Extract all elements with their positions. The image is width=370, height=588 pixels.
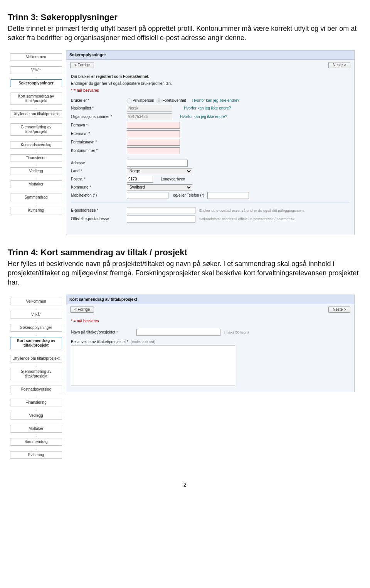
postnr-input[interactable] [127,176,153,183]
chevron-down-icon: ↓ [10,162,62,167]
nav-step[interactable]: Kvittering [10,207,62,214]
adresse-input[interactable] [127,160,188,167]
chevron-down-icon: ↓ [10,446,62,451]
screenshot-2: Velkommen↓Vilkår↓Søkeropplysninger↓Kort … [8,295,355,462]
chevron-down-icon: ↓ [10,420,62,425]
prev-button-2[interactable]: < Forrige [70,307,94,313]
etternavn-input[interactable] [127,130,180,137]
hint-maks200: (maks 200 ord) [131,340,155,344]
chevron-down-icon: ↓ [10,318,62,324]
page-number: 2 [8,481,362,489]
nav-step[interactable]: Gjennomføring av tiltak/prosjekt [10,123,62,136]
nav-step[interactable]: Kort sammendrag av tiltak/prosjekt [10,93,62,105]
section3-intro: Dette trinnet er primært ferdig utfylt b… [8,24,362,43]
orgnr-input [127,113,172,120]
radio-foretak-lbl: Foretak/enhet [162,98,186,103]
reg-line1: Din bruker er registrert som Foretak/enh… [71,74,350,79]
lbl-foretak: Foretaksnavn * [71,140,127,145]
nasjonalitet-input [127,105,172,112]
chevron-down-icon: ↓ [10,349,62,355]
chevron-down-icon: ↓ [10,380,62,386]
chevron-down-icon: ↓ [10,149,62,154]
lbl-postnr: Postnr. * [71,177,127,182]
nav-step[interactable]: Gjennomføring av tiltak/prosjekt [10,368,62,380]
chevron-down-icon: ↓ [10,305,62,311]
radio-privat-lbl: Privatperson [133,98,154,103]
step-nav-1: Velkommen↓Vilkår↓Søkeropplysninger↓Kort … [8,50,64,217]
next-button-2[interactable]: Neste > [328,307,350,313]
chevron-down-icon: ↓ [10,188,62,194]
lbl-navn-tiltak: Navn på tiltaket/prosjektet * [71,330,136,335]
nav-step[interactable]: Kostnadsoverslag [10,386,62,393]
nav-step[interactable]: Sammendrag [10,194,62,201]
nav-step[interactable]: Velkommen [10,53,62,61]
telefon-input[interactable] [207,192,249,199]
radio-privat [127,98,132,103]
must-answer-2: * = må besvares [71,319,350,323]
chevron-down-icon: ↓ [10,87,62,93]
next-button-1[interactable]: Neste > [328,62,350,68]
nav-step[interactable]: Finansiering [10,399,62,406]
chevron-down-icon: ↓ [10,136,62,141]
epost-input[interactable] [127,207,195,214]
change-link-1[interactable]: Hvorfor kan jeg ikke endre? [192,98,239,103]
nav-step[interactable]: Vilkår [10,311,62,318]
lbl-epost: E-postadresse * [71,208,127,213]
chevron-down-icon: ↓ [10,406,62,412]
section4-title: Trinn 4: Kort sammendrag av tiltak / pro… [8,247,362,258]
epost-note: Endrer du e-postadresse, så endrer du og… [199,208,305,212]
nav-step[interactable]: Sammendrag [10,438,62,446]
lbl-adresse: Adresse [71,161,127,165]
lbl-mobil: Mobiltelefon (*) [71,193,127,198]
land-select[interactable]: Norge [127,168,192,174]
foretak-input[interactable] [127,139,180,146]
chevron-down-icon: ↓ [10,393,62,399]
panel2-title: Kort sammendrag av tiltak/prosjekt [66,295,354,304]
chevron-down-icon: ↓ [10,105,62,110]
lbl-kommune: Kommune * [71,185,127,190]
mobil-input[interactable] [127,192,168,199]
radio-foretak [156,98,161,103]
fornavn-input[interactable] [127,122,180,129]
nav-step[interactable]: Kostnadsoverslag [10,141,62,149]
beskrivelse-textarea[interactable] [71,345,235,386]
nav-step[interactable]: Kvittering [10,451,62,459]
nav-step[interactable]: Søkeropplysninger [10,79,62,87]
nav-step[interactable]: Vilkår [10,66,62,74]
konto-input[interactable] [127,147,180,154]
lbl-beskrivelse: Beskrivelse av tiltaket/prosjektet * [71,340,128,344]
nav-step[interactable]: Utfyllende om tiltak/prosjekt [10,355,62,362]
lbl-offepost: Offisiell e-postadresse [71,217,127,221]
nav-step[interactable]: Utfyllende om tiltak/prosjekt [10,110,62,118]
step-nav-2: Velkommen↓Vilkår↓Søkeropplysninger↓Kort … [8,295,64,462]
nav-step[interactable]: Finansiering [10,154,62,162]
change-link-2[interactable]: Hvorfor kan jeg ikke endre? [184,106,231,111]
prev-button-1[interactable]: < Forrige [70,62,94,68]
chevron-down-icon: ↓ [10,118,62,123]
nav-step[interactable]: Velkommen [10,298,62,305]
hint-maks50: (maks 50 tegn) [224,330,249,334]
nav-step[interactable]: Mottaker [10,180,62,188]
chevron-down-icon: ↓ [10,175,62,180]
chevron-down-icon: ↓ [10,201,62,207]
nav-step[interactable]: Vedlegg [10,412,62,420]
lbl-etternavn: Etternavn * [71,131,127,136]
panel1-title: Søkeropplysninger [66,51,354,60]
offepost-input[interactable] [127,216,195,222]
panel-2: Kort sammendrag av tiltak/prosjekt < For… [66,295,355,392]
kommune-select[interactable]: Svalbard [127,184,192,190]
chevron-down-icon: ↓ [10,433,62,438]
nav-step[interactable]: Mottaker [10,425,62,433]
must-answer-1: * = må besvares [71,88,350,93]
section3-title: Trinn 3: Søkeropplysninger [8,12,362,23]
nav-step[interactable]: Kort sammendrag av tiltak/prosjekt [10,337,62,349]
lbl-konto: Kontonummer * [71,148,127,153]
navn-tiltak-input[interactable] [136,329,220,336]
chevron-down-icon: ↓ [10,74,62,79]
nav-step[interactable]: Vedlegg [10,167,62,175]
nav-step[interactable]: Søkeropplysninger [10,324,62,332]
section4-intro: Her fylles ut beskrivende navn på prosje… [8,259,362,287]
panel-1: Søkeropplysninger < Forrige Neste > Din … [66,50,355,235]
change-link-3[interactable]: Hvorfor kan jeg ikke endre? [180,115,227,119]
reg-line2: Endringer du gjør her vil også oppdatere… [71,81,350,86]
